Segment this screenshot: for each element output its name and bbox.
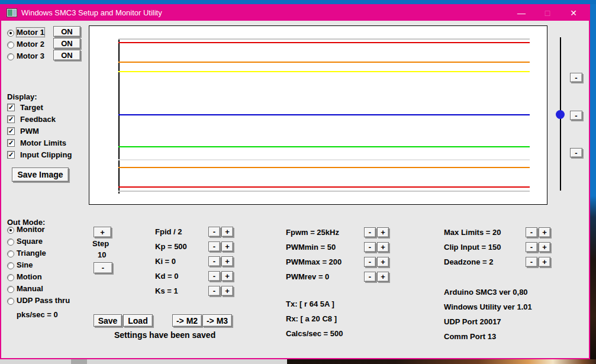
fpwm-plus-button[interactable]: + [377,227,389,237]
pwmmin-label: PWMmin = 50 [286,243,336,252]
pwmmin-minus-button[interactable]: - [364,242,376,252]
chart-plot [89,25,547,205]
radio-triangle[interactable] [7,250,14,257]
desktop-wallpaper [590,4,596,359]
radio-motion[interactable] [7,274,14,281]
checkbox-target[interactable]: ✓ [7,104,15,111]
kd-label: Kd = 0 [155,272,178,281]
pwmrev-label: PWMrev = 0 [286,272,329,281]
ki-plus-button[interactable]: + [221,256,233,266]
target-slider-knob[interactable] [556,110,565,119]
radio-square-label: Square [17,237,43,246]
ks-plus-button[interactable]: + [221,286,233,296]
step-minus-button[interactable]: - [94,262,112,273]
slider-minus-button-top[interactable]: - [570,73,582,82]
minimize-button[interactable]: — [513,5,530,21]
chart-line-input-clipping-upper [118,62,530,63]
checkbox-motor-limits-label: Motor Limits [20,138,66,147]
radio-udp-pass-thru-label: UDP Pass thru [17,296,70,305]
pks-per-sec-label: pks/sec = 0 [17,310,58,319]
copy-to-m2-button[interactable]: -> M2 [172,314,202,327]
deadzone-plus-button[interactable]: + [539,257,550,267]
titlebar[interactable]: Windows SMC3 Setup and Monitor Utility —… [1,5,589,21]
radio-motion-label: Motion [17,272,42,281]
ki-label: Ki = 0 [155,257,176,266]
load-button[interactable]: Load [123,314,153,327]
pwmrev-plus-button[interactable]: + [377,272,389,282]
chart-line-target [118,114,530,115]
checkbox-pwm-label: PWM [20,127,39,136]
kd-plus-button[interactable]: + [221,271,233,281]
radio-manual-label: Manual [17,284,43,293]
pwmmax-plus-button[interactable]: + [377,257,389,267]
close-button[interactable]: ✕ [565,5,582,21]
radio-udp-pass-thru[interactable] [7,298,14,305]
chart-line-input-clipping-lower [118,167,530,168]
status-message: Settings have been saved [114,330,215,340]
app-window: Windows SMC3 Setup and Monitor Utility —… [0,4,590,359]
chart-line-feedback [118,146,530,147]
clip-input-plus-button[interactable]: + [539,242,550,252]
desktop: Windows SMC3 Setup and Monitor Utility —… [0,0,596,364]
slider-minus-button-middle[interactable]: - [570,111,582,120]
radio-motor-2[interactable] [7,41,14,49]
motor-3-on-button[interactable]: ON [53,50,80,60]
save-button[interactable]: Save [94,314,122,327]
deadzone-minus-button[interactable]: - [526,257,537,267]
step-plus-button[interactable]: + [94,227,111,237]
motor-2-label: Motor 2 [17,40,44,49]
checkbox-motor-limits[interactable]: ✓ [7,139,15,147]
motor-3-label: Motor 3 [17,51,44,60]
chart-line-lower-bound [118,191,530,192]
desktop-strip [0,359,287,364]
clip-input-minus-button[interactable]: - [526,242,537,252]
radio-manual[interactable] [7,286,14,293]
save-image-button[interactable]: Save Image [12,167,69,182]
pwmmax-label: PWMmax = 200 [286,257,342,266]
fpwm-label: Fpwm = 25kHz [286,228,339,237]
desktop-strip [71,359,87,364]
radio-motor-1[interactable] [7,30,14,37]
ks-minus-button[interactable]: - [208,286,220,296]
radio-monitor-label: Monitor [17,225,45,234]
radio-sine[interactable] [7,262,14,269]
fpwm-minus-button[interactable]: - [364,227,376,237]
checkbox-pwm[interactable]: ✓ [7,127,15,135]
fpid-minus-button[interactable]: - [208,227,220,237]
window-title: Windows SMC3 Setup and Monitor Utility [21,8,162,17]
radio-motor-3[interactable] [7,53,14,60]
checkbox-feedback-label: Feedback [20,115,56,124]
copy-to-m3-button[interactable]: -> M3 [202,314,232,327]
fpid-label: Fpid / 2 [155,227,182,236]
chart-line-pwm [118,71,530,72]
ks-label: Ks = 1 [155,286,178,295]
fpid-plus-button[interactable]: + [221,227,233,237]
checkbox-input-clipping[interactable]: ✓ [7,151,15,159]
slider-minus-button-bottom[interactable]: - [570,148,582,157]
rx-status: Rx: [ a 20 C8 ] [286,314,337,323]
maximize-button: □ [539,5,556,21]
kd-minus-button[interactable]: - [208,271,220,281]
deadzone-label: Deadzone = 2 [444,257,493,266]
pwmrev-minus-button[interactable]: - [364,272,376,282]
kp-minus-button[interactable]: - [208,241,220,252]
checkbox-feedback[interactable]: ✓ [7,115,15,123]
kp-label: Kp = 500 [155,242,187,251]
pwmmax-minus-button[interactable]: - [364,257,376,267]
app-icon [7,8,17,17]
radio-square[interactable] [7,239,14,246]
pwmmin-plus-button[interactable]: + [377,242,389,252]
utility-version: Windows Utility ver 1.01 [444,302,532,311]
ki-minus-button[interactable]: - [208,256,220,266]
chart-line-upper-bound [118,38,530,40]
radio-triangle-label: Triangle [17,249,46,257]
calcs-per-sec: Calcs/sec = 500 [286,329,343,338]
kp-plus-button[interactable]: + [221,241,233,252]
radio-monitor[interactable] [7,227,14,234]
arduino-version: Arduino SMC3 ver 0,80 [444,288,528,297]
max-limits-plus-button[interactable]: + [539,227,550,237]
motor-2-on-button[interactable]: ON [53,38,80,49]
max-limits-minus-button[interactable]: - [526,227,537,237]
motor-1-on-button[interactable]: ON [53,26,80,37]
max-limits-label: Max Limits = 20 [444,228,501,237]
